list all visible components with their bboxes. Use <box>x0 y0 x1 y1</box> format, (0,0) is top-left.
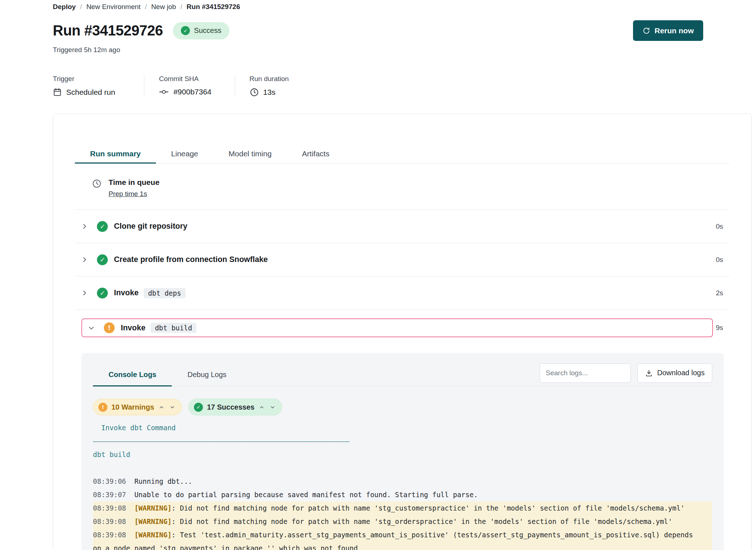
log-line: 08:39:08 [WARNING]: Did not find matchin… <box>93 502 712 515</box>
successes-badge[interactable]: ✓ 17 Successes <box>188 399 282 415</box>
tab-lineage[interactable]: Lineage <box>156 144 213 163</box>
step-duration: 2s <box>713 289 723 297</box>
meta-trigger-label: Trigger <box>53 75 115 83</box>
download-logs-label: Download logs <box>657 369 705 377</box>
triggered-text: Triggered 5h 12m ago <box>53 46 703 54</box>
next-success-button[interactable] <box>269 404 276 411</box>
rerun-icon <box>642 27 650 35</box>
run-meta: Trigger Scheduled run Commit SHA #900b73… <box>53 75 703 97</box>
chevron-down-icon[interactable] <box>88 324 95 331</box>
step-title: Create profile from connection Snowflake <box>114 255 268 264</box>
meta-commit-label: Commit SHA <box>159 75 211 83</box>
chevron-down-icon <box>270 405 275 410</box>
log-line <box>93 461 712 475</box>
successes-badge-label: 17 Successes <box>207 403 254 411</box>
search-logs-input[interactable] <box>540 363 631 383</box>
meta-duration-value: 13s <box>263 88 276 97</box>
queue-clock-icon <box>92 179 102 198</box>
warning-icon: ! <box>98 403 107 412</box>
download-icon <box>645 369 653 377</box>
step-title: Invoke <box>121 323 145 333</box>
step-duration: 0s <box>713 256 723 264</box>
check-circle-icon: ✓ <box>97 254 108 265</box>
status-badge-label: Success <box>194 26 221 35</box>
header: Run #341529726 ✓ Success Rerun now <box>53 20 703 41</box>
tab-artifacts[interactable]: Artifacts <box>287 144 345 163</box>
log-output: Invoke dbt Command——————————————————————… <box>93 421 712 550</box>
run-summary-card: Run summary Lineage Model timing Artifac… <box>53 114 752 550</box>
meta-trigger-value: Scheduled run <box>66 88 115 97</box>
chevron-up-icon <box>159 405 164 410</box>
chevron-right-icon[interactable] <box>81 289 88 297</box>
warnings-badge[interactable]: ! 10 Warnings <box>93 399 182 415</box>
command-chip: dbt deps <box>144 288 186 298</box>
download-logs-button[interactable]: Download logs <box>637 363 712 383</box>
main-tabs: Run summary Lineage Model timing Artifac… <box>75 144 730 164</box>
step-duration: 0s <box>713 223 723 230</box>
step-duration: 9s <box>713 324 723 332</box>
chevron-right-icon[interactable] <box>81 223 88 230</box>
prev-success-button[interactable] <box>258 404 265 411</box>
logs-header: Console Logs Debug Logs Download logs <box>93 363 712 386</box>
log-line: 08:39:08 [WARNING]: Did not find matchin… <box>93 515 712 528</box>
tab-debug-logs[interactable]: Debug Logs <box>172 363 242 386</box>
chevron-down-icon <box>170 405 175 410</box>
step-row-dbt-deps[interactable]: ✓ Invoke dbt deps 2s <box>75 276 730 310</box>
clock-icon <box>250 88 259 97</box>
breadcrumb-new-job[interactable]: New job <box>151 3 176 11</box>
warnings-badge-label: 10 Warnings <box>111 403 154 411</box>
selected-step-box[interactable]: ! Invoke dbt build <box>81 318 713 337</box>
command-chip: dbt build <box>150 323 196 333</box>
status-badge: ✓ Success <box>173 22 229 39</box>
meta-trigger: Trigger Scheduled run <box>53 75 144 97</box>
step-row-clone-git[interactable]: ✓ Clone git repository 0s <box>75 210 730 243</box>
prep-time-link[interactable]: Prep time 1s <box>109 190 147 198</box>
time-in-queue-section: Time in queue Prep time 1s <box>75 164 730 210</box>
next-warning-button[interactable] <box>169 404 176 411</box>
log-line: Invoke dbt Command <box>93 421 712 435</box>
check-circle-icon: ✓ <box>97 288 108 299</box>
rerun-button-label: Rerun now <box>655 26 694 35</box>
logs-panel: Console Logs Debug Logs Download logs ! … <box>81 353 724 550</box>
step-title: Clone git repository <box>114 222 187 231</box>
rerun-button[interactable]: Rerun now <box>633 20 704 41</box>
log-line: dbt build <box>93 448 712 461</box>
prev-warning-button[interactable] <box>158 404 165 411</box>
breadcrumb-current-run: Run #341529726 <box>187 3 240 11</box>
breadcrumb-separator: / <box>180 3 182 11</box>
check-circle-icon: ✓ <box>194 403 203 412</box>
meta-commit-value: #900b7364 <box>173 88 211 96</box>
commit-icon <box>159 88 169 96</box>
breadcrumb: Deploy / New Environment / New job / Run… <box>0 0 756 11</box>
calendar-icon <box>53 88 62 97</box>
log-line: 08:39:08 [WARNING]: Test 'test.admin_mat… <box>93 528 712 550</box>
chevron-right-icon[interactable] <box>81 256 88 263</box>
log-filter-badges: ! 10 Warnings ✓ 17 Successes <box>93 399 712 415</box>
tab-run-summary[interactable]: Run summary <box>75 144 156 163</box>
breadcrumb-separator: / <box>80 3 82 11</box>
tab-model-timing[interactable]: Model timing <box>213 144 287 163</box>
step-title: Invoke <box>114 288 139 297</box>
breadcrumb-deploy[interactable]: Deploy <box>53 3 76 11</box>
step-row-dbt-build[interactable]: ! Invoke dbt build 9s <box>75 310 730 346</box>
meta-duration-label: Run duration <box>250 75 289 83</box>
check-circle-icon: ✓ <box>97 221 108 232</box>
log-line: 08:39:07 Unable to do partial parsing be… <box>93 488 712 502</box>
queue-title: Time in queue <box>109 178 160 187</box>
step-row-create-profile[interactable]: ✓ Create profile from connection Snowfla… <box>75 243 730 276</box>
log-line: 08:39:06 Running dbt... <box>93 475 712 488</box>
tab-console-logs[interactable]: Console Logs <box>93 363 172 386</box>
log-line: ————————————————————————————————————————… <box>93 435 712 448</box>
meta-duration: Run duration 13s <box>250 75 289 97</box>
breadcrumb-new-environment[interactable]: New Environment <box>86 3 141 11</box>
meta-commit: Commit SHA #900b7364 <box>159 75 235 97</box>
page-title: Run #341529726 <box>53 22 163 39</box>
chevron-up-icon <box>259 405 264 410</box>
breadcrumb-separator: / <box>145 3 147 11</box>
warning-icon: ! <box>104 322 115 333</box>
check-circle-icon: ✓ <box>181 26 190 35</box>
run-detail-page: Deploy / New Environment / New job / Run… <box>0 0 756 550</box>
